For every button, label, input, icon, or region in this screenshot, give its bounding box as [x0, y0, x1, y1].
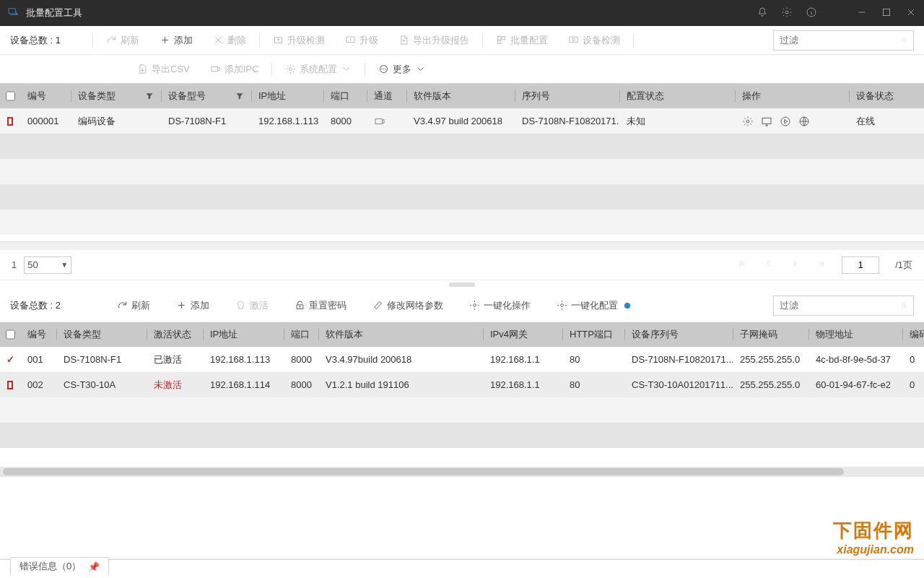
lcol-mask[interactable]: 子网掩码 [733, 328, 808, 341]
refresh-button[interactable]: 刷新 [100, 31, 145, 50]
cell: 已激活 [147, 353, 203, 366]
lcol-http[interactable]: HTTP端口 [562, 328, 624, 341]
lcol-act[interactable]: 激活状态 [147, 328, 203, 341]
add-button[interactable]: 添加 [154, 31, 199, 50]
lower-filter-input[interactable] [773, 296, 914, 316]
col-type[interactable]: 设备类型 [71, 90, 161, 103]
lcol-ip[interactable]: IP地址 [203, 328, 284, 341]
cell-channel[interactable] [367, 116, 406, 127]
error-info-label: 错误信息（0） [19, 560, 81, 573]
page-size-select[interactable]: 50▼ [24, 256, 71, 274]
export-report-button[interactable]: 导出升级报告 [393, 31, 475, 50]
cell: 4c-bd-8f-9e-5d-37 [808, 354, 902, 365]
lower-add-button[interactable]: 添加 [170, 296, 215, 315]
col-ops[interactable]: 操作 [735, 90, 849, 103]
lower-hscrollbar[interactable] [0, 467, 924, 477]
select-all-checkbox[interactable] [0, 91, 20, 101]
svg-point-15 [382, 69, 383, 69]
gear-icon[interactable] [781, 7, 793, 20]
next-page-icon[interactable] [790, 259, 800, 271]
add-ipc-button[interactable]: 添加IPC [204, 60, 265, 79]
delete-button[interactable]: 删除 [207, 31, 252, 50]
filter-icon[interactable] [145, 92, 154, 100]
svg-rect-7 [502, 37, 505, 40]
cell: 80 [562, 354, 624, 365]
onekey-cfg-button[interactable]: 一键化配置 [551, 296, 636, 315]
prev-page-icon[interactable] [764, 259, 774, 271]
upgrade-check-button[interactable]: 升级检测 [267, 31, 331, 50]
error-info-tab[interactable]: 错误信息（0） 📌 [10, 557, 109, 575]
lower-toolbar: 设备总数 : 2 刷新 添加 激活 重置密码 修改网络参数 一键化操作 一键化配… [0, 289, 924, 322]
cell: 192.168.1.113 [203, 354, 284, 365]
cell-ip: 192.168.1.113 [251, 116, 323, 126]
col-model[interactable]: 设备型号 [161, 90, 251, 103]
col-ip[interactable]: IP地址 [251, 90, 323, 103]
upper-hscrollbar[interactable] [0, 241, 924, 250]
gear-icon[interactable] [742, 116, 754, 127]
page-input[interactable] [842, 256, 879, 274]
row-checkbox[interactable] [7, 381, 13, 389]
more-button[interactable]: 更多 [372, 60, 432, 79]
lcol-mac[interactable]: 物理地址 [808, 328, 902, 341]
table-row[interactable]: ✓ 001 DS-7108N-F1 已激活 192.168.1.113 8000… [0, 347, 924, 372]
select-all-checkbox[interactable] [0, 329, 20, 340]
export-csv-button[interactable]: 导出CSV [131, 60, 196, 79]
cell-cfgstatus: 未知 [619, 115, 735, 128]
svg-point-10 [572, 38, 575, 41]
col-channel[interactable]: 通道 [367, 90, 406, 103]
cell-id: 000001 [20, 116, 71, 126]
first-page-icon[interactable] [738, 259, 748, 271]
play-icon[interactable] [780, 116, 791, 127]
row-checkbox[interactable] [7, 117, 13, 126]
onekey-op-button[interactable]: 一键化操作 [463, 296, 536, 315]
col-id[interactable]: 编号 [20, 90, 71, 103]
globe-icon[interactable] [798, 116, 810, 127]
col-devstatus[interactable]: 设备状态 [849, 90, 907, 103]
svg-rect-9 [570, 37, 578, 43]
lcol-enc[interactable]: 编码 [902, 328, 924, 341]
close-icon[interactable] [905, 7, 917, 20]
lower-refresh-button[interactable]: 刷新 [111, 296, 156, 315]
lcol-id[interactable]: 编号 [20, 328, 56, 341]
lcol-sw[interactable]: 软件版本 [318, 328, 483, 341]
bell-icon[interactable] [757, 7, 768, 20]
lcol-port[interactable]: 端口 [284, 328, 318, 341]
table-row[interactable]: 002 CS-T30-10A 未激活 192.168.1.114 8000 V1… [0, 372, 924, 397]
title-bar: 批量配置工具 [0, 0, 924, 26]
lcol-type[interactable]: 设备类型 [56, 328, 147, 341]
svg-rect-6 [498, 37, 501, 40]
upper-device-total: 设备总数 : 1 [10, 34, 61, 47]
svg-point-24 [474, 304, 476, 307]
sys-config-button[interactable]: 系统配置 [279, 60, 357, 79]
minimize-icon[interactable] [856, 7, 868, 20]
svg-point-25 [561, 304, 564, 307]
activate-button[interactable]: 激活 [230, 296, 274, 315]
splitter-handle[interactable] [0, 280, 924, 289]
monitor-icon[interactable] [761, 116, 772, 127]
chevron-down-icon [415, 64, 426, 74]
col-port[interactable]: 端口 [323, 90, 367, 103]
cell-ops [735, 116, 849, 127]
pin-icon[interactable]: 📌 [88, 561, 100, 572]
upgrade-button[interactable]: 升级 [339, 31, 384, 50]
table-row[interactable]: 000001 编码设备 DS-7108N-F1 192.168.1.113 80… [0, 108, 924, 134]
col-cfgstatus[interactable]: 配置状态 [619, 90, 735, 103]
col-serial[interactable]: 序列号 [515, 90, 619, 103]
upper-filter-input[interactable] [773, 30, 914, 51]
reset-pwd-button[interactable]: 重置密码 [289, 296, 352, 315]
notification-dot [624, 303, 630, 309]
chevron-down-icon [341, 64, 352, 74]
last-page-icon[interactable] [816, 259, 826, 271]
device-check-button[interactable]: 设备检测 [562, 31, 626, 50]
filter-icon[interactable] [235, 92, 244, 100]
lcol-gw[interactable]: IPv4网关 [483, 328, 562, 341]
row-checkbox[interactable]: ✓ [6, 354, 14, 365]
svg-rect-0 [9, 9, 15, 14]
info-icon[interactable] [806, 7, 817, 20]
maximize-icon[interactable] [881, 7, 892, 20]
mod-net-button[interactable]: 修改网络参数 [367, 296, 449, 315]
cell: 未激活 [147, 379, 203, 392]
col-sw[interactable]: 软件版本 [406, 90, 515, 103]
lcol-serial[interactable]: 设备序列号 [624, 328, 733, 341]
batch-config-button[interactable]: 批量配置 [490, 31, 554, 50]
